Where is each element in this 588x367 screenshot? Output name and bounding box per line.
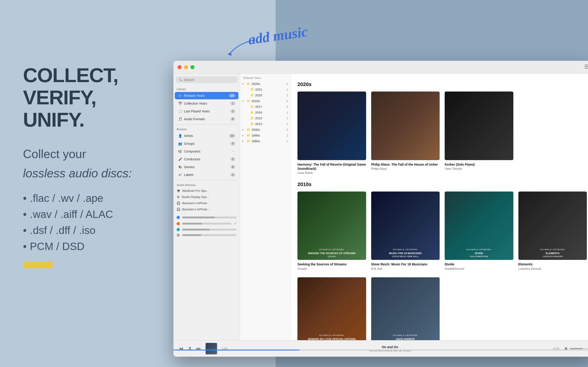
- tree-label-2016: 2016: [255, 111, 285, 114]
- minimize-button[interactable]: [184, 65, 188, 69]
- tree-item-2020[interactable]: 📁 2020 2: [240, 92, 290, 98]
- audio-device-airpods1[interactable]: 🎧 Baoshan's AirPods: [173, 200, 240, 206]
- divide-artwork-sub: GALATI|MOSCONI: [470, 255, 488, 258]
- queue-bar-3: [182, 229, 237, 231]
- tree-item-2010s[interactable]: ▾ 📁 2010s 6: [240, 98, 290, 104]
- album-card-kerber[interactable]: Kerber (Solo Piano) Yann Tiersen: [445, 92, 513, 175]
- tree-item-2015[interactable]: 📁 2015 1: [240, 115, 290, 121]
- queue-bar-1: [182, 217, 237, 218]
- svg-rect-2: [585, 66, 588, 67]
- album-card-divide[interactable]: EXAMPLE ARTWORK DIVIDE GALATI|MOSCONI Di…: [445, 192, 513, 270]
- queue-dot-orange: [177, 222, 180, 225]
- queue-item-3[interactable]: [173, 227, 240, 232]
- headline-line3: UNIFY.: [23, 109, 132, 131]
- search-bar[interactable]: 🔍: [176, 76, 237, 83]
- yellow-accent: [23, 262, 53, 268]
- sidebar-item-labels[interactable]: 🏷 Labels 3: [175, 171, 238, 178]
- close-button[interactable]: [178, 65, 182, 69]
- reich-artwork-sub: STEVE REICH / ERIK HALL: [392, 255, 419, 258]
- sidebar-last-played-label: Last Played Years: [184, 109, 229, 113]
- album-artist-philip: Philip Glass: [371, 167, 440, 170]
- sidebar-item-genres[interactable]: 🎭 Genres 9: [175, 163, 238, 171]
- sidebar-composers-label: Composers: [184, 150, 230, 153]
- album-artwork-kerber: [445, 92, 513, 160]
- volume-slider[interactable]: [570, 348, 588, 349]
- folder-2017-icon: 📁: [250, 105, 254, 108]
- sidebar-item-conductors[interactable]: 🎤 Conductors 0: [175, 156, 238, 163]
- folder-2015-icon: 📁: [250, 117, 254, 120]
- queue-item-4[interactable]: [173, 232, 240, 238]
- search-input[interactable]: [183, 78, 235, 82]
- album-artwork-seeking: EXAMPLE ARTWORK SEEKING THE SOURCES OF S…: [297, 192, 366, 260]
- audio-formats-badge: 8: [230, 117, 235, 121]
- sidebar-release-years-label: Release Years: [184, 94, 227, 98]
- queue-bar-4: [182, 234, 237, 236]
- arrow-2020s: ▾: [242, 83, 246, 85]
- sidebar-item-composers[interactable]: 🎼 Composers: [175, 148, 238, 155]
- audio-formats-icon: 🎵: [178, 117, 182, 121]
- divide-artwork-label: EXAMPLE ARTWORK: [467, 248, 491, 251]
- last-played-badge: 2: [230, 109, 235, 113]
- main-layout: 🔍 Library ⊙ Release Years 13 📅 Collectio…: [173, 74, 588, 340]
- sidebar-toggle-button[interactable]: [585, 65, 588, 70]
- album-artwork-elements: EXAMPLE ARTWORK ELEMENTS LUDOVICO EINAUD…: [519, 192, 587, 260]
- album-card-seeking[interactable]: EXAMPLE ARTWORK SEEKING THE SOURCES OF S…: [297, 192, 366, 270]
- album-card-elements[interactable]: EXAMPLE ARTWORK ELEMENTS LUDOVICO EINAUD…: [519, 192, 587, 270]
- maximize-button[interactable]: [190, 65, 195, 69]
- sidebar-item-release-years[interactable]: ⊙ Release Years 13: [175, 92, 238, 99]
- macbook-label: MacBook Pro Spe...: [182, 189, 209, 192]
- headline-line1: COLLECT,: [23, 64, 132, 86]
- sidebar-labels-label: Labels: [184, 173, 229, 177]
- album-artwork-sending: EXAMPLE ARTWORK SENDING MY LOVE (SPECIAL…: [297, 277, 366, 340]
- tree-label-2015: 2015: [255, 117, 285, 120]
- tree-label-2017: 2017: [255, 105, 285, 108]
- audio-devices-label: Audio Devices: [173, 182, 240, 188]
- tree-count-1990s: 2: [286, 134, 288, 137]
- tree-item-2021[interactable]: 📁 2021 1: [240, 87, 290, 92]
- tree-item-1990s[interactable]: ▸ 📁 1990s 2: [240, 133, 290, 138]
- tree-item-2016[interactable]: 📁 2016 1: [240, 110, 290, 115]
- left-panel: COLLECT, VERIFY, UNIFY. Collect your los…: [23, 64, 132, 268]
- queue-bar-fill-4: [182, 234, 201, 236]
- queue-item-2[interactable]: ✓: [173, 220, 240, 227]
- tree-item-2000s[interactable]: ▸ 📁 2000s 5: [240, 127, 290, 133]
- tree-label-2000s: 2000s: [251, 128, 285, 131]
- tree-item-2017[interactable]: 📁 2017 3: [240, 104, 290, 110]
- sidebar-item-collection-years[interactable]: 📅 Collection Years 1: [175, 100, 238, 107]
- format-item-3: •.dsf / .dff / .iso: [23, 224, 132, 236]
- sidebar-item-last-played[interactable]: 🕐 Last Played Years 2: [175, 108, 238, 115]
- sidebar-genres-label: Genres: [184, 165, 229, 169]
- folder-2020-icon: 📁: [250, 94, 254, 97]
- tree-item-2020s[interactable]: ▾ 📁 2020s 3: [240, 81, 290, 87]
- queue-bar-2: [182, 223, 231, 225]
- sidebar-item-groups[interactable]: 👥 Groups 5: [175, 140, 238, 147]
- audio-device-macbook[interactable]: 💻 MacBook Pro Spe...: [173, 188, 240, 194]
- progress-bar-track[interactable]: [173, 350, 588, 350]
- audio-device-studio[interactable]: 🖥 Studio Display Spe...: [173, 194, 240, 200]
- conductors-icon: 🎤: [178, 157, 182, 161]
- album-card-harmony[interactable]: Harmony: The Fall of Reverie (Original G…: [297, 92, 366, 175]
- section-2020s-title: 2020s: [297, 81, 587, 87]
- album-card-sending[interactable]: EXAMPLE ARTWORK SENDING MY LOVE (SPECIAL…: [297, 277, 366, 340]
- collection-years-icon: 📅: [178, 101, 182, 106]
- sidebar-audio-formats-label: Audio Formats: [184, 117, 229, 121]
- album-card-reich[interactable]: EXAMPLE ARTWORK MUSIC FOR 18 MUSICIANS S…: [371, 192, 440, 270]
- safe-artwork-label: EXAMPLE ARTWORK: [393, 334, 418, 336]
- tree-count-2013: 1: [286, 123, 288, 126]
- album-artist-divide: Galati|Mosconi: [445, 267, 513, 270]
- album-card-safe-harbor[interactable]: EXAMPLE ARTWORK SAFE HARBOR NOAH FISHMAN…: [371, 277, 440, 340]
- tree-item-2013[interactable]: 📁 2013 1: [240, 121, 290, 127]
- album-card-philip-glass[interactable]: Philip Glass: The Fall of the House of U…: [371, 92, 440, 175]
- album-artist-kerber: Yann Tiersen: [445, 167, 513, 170]
- artists-badge: 14: [229, 134, 235, 138]
- sidebar-item-artists[interactable]: 👤 Artists 14: [175, 132, 238, 140]
- sidebar-item-audio-formats[interactable]: 🎵 Audio Formats 8: [175, 115, 238, 123]
- track-info: On and On Jenna Mammina & Alex de Grassi: [232, 345, 548, 352]
- queue-item-1[interactable]: [173, 215, 240, 220]
- reich-artwork-title: MUSIC FOR 18 MUSICIANS: [389, 252, 422, 255]
- audio-device-airpods2[interactable]: 🎧 Baoshan's AirPods...: [173, 206, 240, 212]
- studio-icon: 🖥: [177, 195, 180, 199]
- labels-badge: 3: [230, 173, 235, 177]
- tree-count-2000s: 5: [286, 128, 288, 131]
- tree-item-1980s[interactable]: ▸ 📁 1980s 1: [240, 138, 290, 144]
